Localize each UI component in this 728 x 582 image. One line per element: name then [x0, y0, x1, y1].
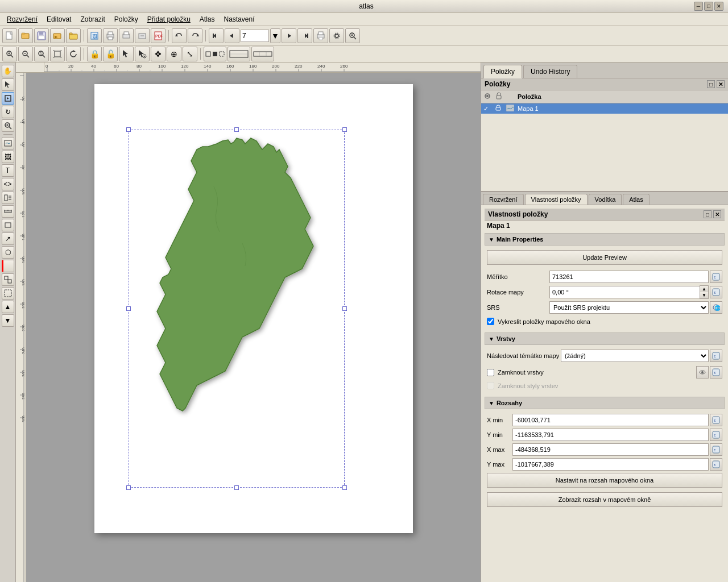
move2-btn[interactable]: ⊕: [167, 47, 181, 61]
item-row-mapa1[interactable]: ✓ Mapa 1: [481, 103, 728, 114]
tab-polozky[interactable]: Položky: [483, 65, 522, 78]
section-vrstvy[interactable]: ▼ Vrstvy: [485, 332, 725, 345]
export-pdf-button[interactable]: PDF: [151, 28, 166, 43]
props-tab-rozvrzeni[interactable]: Rozvržení: [483, 194, 524, 205]
zamknout-vrstvy-checkbox[interactable]: [487, 369, 494, 376]
section-main-properties[interactable]: ▼ Main Properties: [485, 233, 725, 246]
props-tab-vlastnosti[interactable]: Vlastnosti položky: [525, 194, 588, 205]
print-button[interactable]: [103, 28, 118, 43]
resize-s[interactable]: [234, 485, 239, 490]
add-text-left[interactable]: T: [2, 164, 14, 177]
panel-close-btn[interactable]: ✕: [717, 80, 725, 88]
rotace-expr-btn[interactable]: ε: [710, 286, 722, 298]
save-template-button[interactable]: [34, 28, 49, 43]
red-line-tool[interactable]: [2, 260, 14, 272]
new-button[interactable]: [2, 28, 17, 43]
lower-tool[interactable]: ▼: [2, 314, 14, 327]
bar1-btn[interactable]: [204, 47, 226, 61]
add-html-left[interactable]: <>: [2, 178, 14, 190]
resize-e[interactable]: [342, 306, 347, 311]
srs-select[interactable]: Použít SRS projektuEPSG:4326EPSG:3857: [549, 301, 709, 314]
add-scalebar-left[interactable]: [2, 205, 14, 218]
resize-sw[interactable]: [126, 485, 131, 490]
props-close-btn[interactable]: ✕: [713, 210, 721, 218]
refresh-btn[interactable]: [66, 47, 81, 61]
zoom-fit-btn[interactable]: [50, 47, 65, 61]
select2-btn[interactable]: [135, 47, 150, 61]
minimize-button[interactable]: ─: [694, 2, 703, 11]
ymax-input[interactable]: [512, 458, 709, 471]
props-expand-btn[interactable]: □: [704, 210, 712, 218]
meritko-input[interactable]: [549, 271, 709, 283]
select1-btn[interactable]: [119, 47, 134, 61]
canvas-container[interactable]: [26, 73, 481, 582]
select-items-tool[interactable]: [2, 92, 14, 105]
maximize-button[interactable]: □: [704, 2, 713, 11]
resize-ne[interactable]: [342, 127, 347, 132]
zamknout-vrstvy-eye-btn[interactable]: [696, 366, 709, 379]
ungroup-tool[interactable]: [2, 287, 14, 300]
ymax-expr-btn[interactable]: ε: [710, 458, 722, 471]
zoom-in-tool-btn[interactable]: [2, 47, 17, 61]
xmax-input[interactable]: [512, 443, 709, 456]
bar2-btn[interactable]: [228, 47, 250, 61]
menu-editovat[interactable]: Editovat: [42, 14, 76, 24]
raise-tool[interactable]: ▲: [2, 301, 14, 313]
ymin-expr-btn[interactable]: ε: [710, 429, 722, 441]
folder-button[interactable]: [66, 28, 81, 43]
pan-tool[interactable]: ✋: [2, 65, 14, 77]
resize-n[interactable]: [234, 127, 239, 132]
nasledovat-select[interactable]: (žádný): [561, 350, 709, 362]
resize-w[interactable]: [126, 306, 131, 311]
add-shape-left[interactable]: [2, 219, 14, 231]
resize-btn[interactable]: ⤡: [183, 47, 197, 61]
print-atlas-button[interactable]: [313, 28, 328, 43]
map-item[interactable]: [129, 130, 345, 488]
vykreslit-checkbox[interactable]: [487, 318, 494, 325]
page-input[interactable]: [241, 30, 269, 42]
section-rozsahy[interactable]: ▼ Rozsahy: [485, 397, 725, 409]
nav-next-button[interactable]: [282, 28, 296, 43]
open-button[interactable]: [18, 28, 33, 43]
menu-nastaveni[interactable]: Nastavení: [220, 14, 259, 24]
props-tab-atlas[interactable]: Atlas: [623, 194, 649, 205]
bar3-btn[interactable]: [251, 47, 274, 61]
zamknout-styly-checkbox[interactable]: [487, 382, 494, 389]
nav-last-button[interactable]: [297, 28, 312, 43]
zamknout-vrstvy-expr-btn[interactable]: ε: [710, 366, 722, 379]
nastavit-btn[interactable]: Nastavit na rozsah mapového okna: [487, 473, 722, 488]
rotate-tool[interactable]: ↻: [2, 106, 14, 118]
select-tool-left[interactable]: [2, 78, 14, 91]
add-image-left[interactable]: 🖼: [2, 151, 14, 163]
ymin-input[interactable]: [512, 429, 709, 441]
rotace-up-btn[interactable]: ▲: [700, 286, 708, 292]
lock1-btn[interactable]: 🔒: [87, 47, 102, 61]
export-button[interactable]: 🖼: [87, 28, 102, 43]
resize-nw[interactable]: [126, 127, 131, 132]
xmax-expr-btn[interactable]: ε: [710, 443, 722, 456]
rotace-input[interactable]: [549, 286, 700, 298]
add-arrow-left[interactable]: ↗: [2, 232, 14, 245]
add-map-left[interactable]: [2, 137, 14, 149]
add-node-left[interactable]: ⬡: [2, 246, 14, 259]
resize-se[interactable]: [342, 485, 347, 490]
update-preview-btn[interactable]: Update Preview: [487, 250, 722, 265]
tab-undo-history[interactable]: Undo History: [523, 65, 577, 78]
nav-prev-button[interactable]: [225, 28, 239, 43]
close-button[interactable]: ✕: [714, 2, 723, 11]
group-tool[interactable]: [2, 273, 14, 286]
zobrazit-btn[interactable]: Zobrazit rozsah v mapovém okně: [487, 492, 722, 507]
meritko-expr-btn[interactable]: ε: [710, 271, 722, 283]
menu-zobrazit[interactable]: Zobrazit: [76, 14, 109, 24]
props-tab-voditka[interactable]: Vodítka: [589, 194, 622, 205]
xmin-input[interactable]: [512, 414, 709, 426]
atlas-settings-button[interactable]: [329, 28, 344, 43]
zoom-in-left[interactable]: [2, 119, 14, 132]
page-dropdown[interactable]: ▼: [270, 28, 280, 43]
print2-button[interactable]: [119, 28, 134, 43]
xmin-expr-btn[interactable]: ε: [710, 414, 722, 426]
panel-expand-btn[interactable]: □: [707, 80, 715, 88]
zoom-100-btn[interactable]: 1: [34, 47, 49, 61]
add-legend-left[interactable]: [2, 192, 14, 204]
move1-btn[interactable]: ✥: [151, 47, 166, 61]
